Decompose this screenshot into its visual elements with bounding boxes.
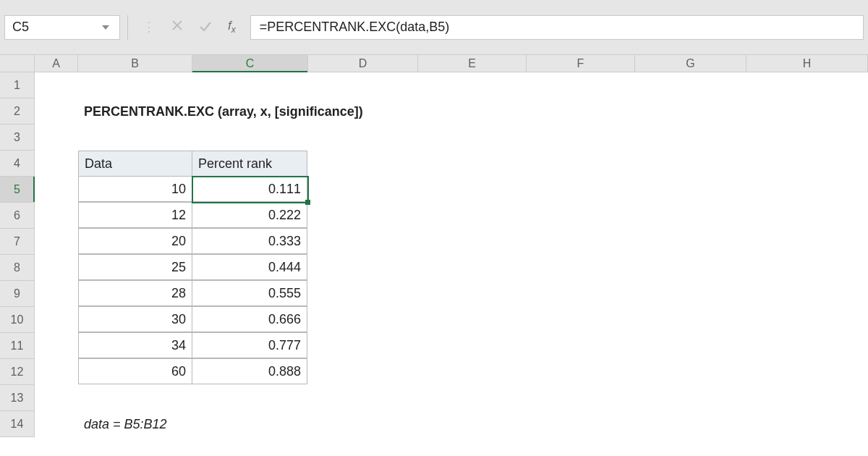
cell-C10[interactable]: 0.666 — [192, 306, 307, 332]
cell-A8[interactable] — [35, 255, 78, 281]
cell-C4-header[interactable]: Percent rank — [192, 151, 307, 177]
cell-C6[interactable]: 0.222 — [192, 202, 307, 228]
cell-C5[interactable]: 0.111 — [192, 176, 307, 202]
cancel-icon[interactable] — [171, 20, 183, 35]
row-header-13[interactable]: 13 — [0, 385, 34, 411]
cell-C8[interactable]: 0.444 — [192, 254, 307, 280]
cell-A9[interactable] — [35, 281, 78, 307]
cell-B4-header[interactable]: Data — [78, 151, 192, 177]
cell-B11[interactable]: 34 — [78, 332, 192, 358]
col-header-D[interactable]: D — [308, 55, 418, 72]
row-header-12[interactable]: 12 — [0, 359, 34, 385]
cell-A10[interactable] — [35, 307, 78, 333]
enter-icon[interactable] — [199, 20, 212, 35]
col-header-B[interactable]: B — [78, 55, 192, 72]
cell-B7[interactable]: 20 — [78, 228, 192, 254]
row-header-14[interactable]: 14 — [0, 411, 34, 437]
col-header-A[interactable]: A — [35, 55, 78, 72]
column-headers: A B C D E F G H — [0, 55, 868, 72]
formula-bar-icons: ⋮ fx — [135, 19, 243, 35]
cell-A5[interactable] — [35, 177, 78, 203]
cell-C12[interactable]: 0.888 — [192, 358, 307, 384]
cell-B9[interactable]: 28 — [78, 280, 192, 306]
col-header-G[interactable]: G — [635, 55, 746, 72]
col-header-H[interactable]: H — [746, 55, 868, 72]
row-header-3[interactable]: 3 — [0, 124, 34, 151]
row-headers: 1 2 3 4 5 6 7 8 9 10 11 12 13 14 — [0, 72, 35, 437]
col-header-E[interactable]: E — [418, 55, 527, 72]
cell-A11[interactable] — [35, 333, 78, 359]
cell-A2[interactable] — [35, 98, 78, 124]
cell-A4[interactable] — [35, 151, 78, 177]
select-all-corner[interactable] — [0, 55, 35, 72]
row-header-6[interactable]: 6 — [0, 203, 34, 229]
row-header-9[interactable]: 9 — [0, 281, 34, 307]
formula-input[interactable]: =PERCENTRANK.EXC(data,B5) — [250, 15, 864, 40]
cell-B12[interactable]: 60 — [78, 358, 192, 384]
name-box[interactable]: C5 — [4, 15, 120, 40]
cell-B8[interactable]: 25 — [78, 254, 192, 280]
formula-bar: C5 ⋮ fx =PERCENTRANK.EXC(data,B5) — [0, 0, 868, 55]
name-box-dropdown-icon[interactable] — [99, 21, 112, 34]
fx-icon[interactable]: fx — [228, 19, 236, 35]
divider — [127, 15, 128, 40]
cell-C9[interactable]: 0.555 — [192, 280, 307, 306]
cell-A14[interactable] — [35, 411, 78, 437]
row-header-2[interactable]: 2 — [0, 98, 34, 124]
cell-A12[interactable] — [35, 359, 78, 385]
row-header-5[interactable]: 5 — [0, 177, 34, 203]
cell-B5[interactable]: 10 — [78, 176, 192, 202]
row-header-1[interactable]: 1 — [0, 72, 34, 98]
row-header-11[interactable]: 11 — [0, 333, 34, 359]
row-header-8[interactable]: 8 — [0, 255, 34, 281]
cell-C7[interactable]: 0.333 — [192, 228, 307, 254]
row-header-10[interactable]: 10 — [0, 307, 34, 333]
row-header-7[interactable]: 7 — [0, 229, 34, 255]
cell-A6[interactable] — [35, 203, 78, 229]
cell-B10[interactable]: 30 — [78, 306, 192, 332]
name-box-value: C5 — [12, 20, 29, 35]
dots-icon: ⋮ — [142, 19, 156, 35]
row-header-4[interactable]: 4 — [0, 151, 34, 177]
col-header-C[interactable]: C — [192, 55, 308, 72]
cells-area[interactable]: PERCENTRANK.EXC (array, x, [significance… — [35, 72, 868, 437]
cell-B2-title[interactable]: PERCENTRANK.EXC (array, x, [significance… — [78, 98, 657, 124]
cell-C11[interactable]: 0.777 — [192, 332, 307, 358]
cell-B6[interactable]: 12 — [78, 202, 192, 228]
cell-A7[interactable] — [35, 229, 78, 255]
worksheet: A B C D E F G H 1 2 3 4 5 6 7 8 9 10 11 … — [0, 55, 868, 456]
formula-text: =PERCENTRANK.EXC(data,B5) — [260, 20, 450, 35]
cell-B14-note[interactable]: data = B5:B12 — [78, 411, 295, 437]
col-header-F[interactable]: F — [527, 55, 635, 72]
